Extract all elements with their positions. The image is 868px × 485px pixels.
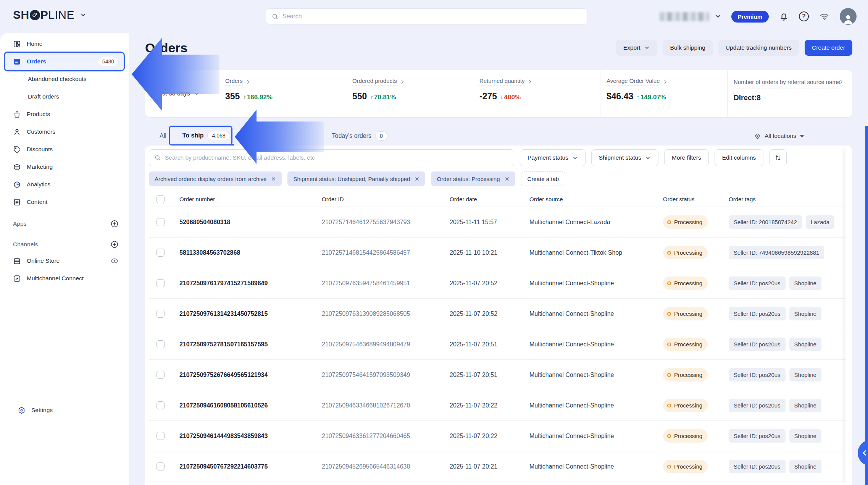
column-header-order-number[interactable]: Order number bbox=[179, 196, 322, 202]
create-a-tab-button[interactable]: Create a tab bbox=[521, 171, 566, 186]
row-checkbox[interactable] bbox=[156, 462, 165, 470]
update-tracking-numbers-button[interactable]: Update tracking numbers bbox=[718, 40, 799, 56]
add-app-plus-icon[interactable] bbox=[110, 220, 119, 228]
notifications-bell-icon[interactable] bbox=[779, 11, 789, 22]
row-checkbox[interactable] bbox=[156, 310, 165, 318]
column-header-order-tags[interactable]: Order tags bbox=[729, 196, 849, 202]
orders-search-input[interactable] bbox=[165, 154, 509, 161]
order-number[interactable]: 21072509461444983543859843 bbox=[179, 433, 322, 440]
order-number[interactable]: 21072509761797415271589649 bbox=[179, 280, 322, 287]
row-checkbox[interactable] bbox=[156, 401, 165, 409]
order-row[interactable]: 581133084563702868 210725714681544258645… bbox=[149, 238, 849, 268]
order-row[interactable]: 21072509450767292214603775 2107250945269… bbox=[149, 451, 849, 482]
stat-link[interactable]: Returned quantity bbox=[479, 78, 532, 86]
sidebar-item-customers[interactable]: Customers bbox=[5, 123, 124, 141]
sidebar-item-abandoned-checkouts[interactable]: Abandoned checkouts bbox=[5, 70, 124, 88]
network-wifi-icon[interactable] bbox=[819, 11, 830, 22]
more-filters-button[interactable]: More filters bbox=[664, 149, 709, 166]
stat-value: Direct:8- bbox=[734, 94, 852, 102]
sidebar-item-products[interactable]: Products bbox=[5, 105, 124, 123]
row-checkbox[interactable] bbox=[156, 249, 165, 257]
column-header-order-id[interactable]: Order ID bbox=[322, 196, 450, 202]
sidebar-item-settings[interactable]: Settings bbox=[9, 401, 119, 419]
select-all-checkbox[interactable] bbox=[156, 195, 165, 203]
global-search-input[interactable] bbox=[282, 13, 582, 20]
column-header-order-status[interactable]: Order status bbox=[663, 196, 729, 202]
sort-button[interactable] bbox=[769, 149, 787, 166]
order-number[interactable]: 520680504080318 bbox=[179, 219, 322, 226]
stat-average-order-value: Average Order Value $46.43149.07% bbox=[600, 70, 727, 117]
sidebar-item-online-store[interactable]: Online Store bbox=[5, 252, 124, 270]
chevron-right-icon[interactable] bbox=[839, 79, 844, 84]
sidebar-item-orders[interactable]: Orders 5430 bbox=[5, 53, 124, 70]
bulk-shipping-button[interactable]: Bulk shipping bbox=[663, 40, 713, 56]
order-row[interactable]: 21072509461444983543859843 2107250946336… bbox=[149, 421, 849, 451]
row-checkbox[interactable] bbox=[156, 340, 165, 348]
account-switcher[interactable] bbox=[660, 12, 721, 21]
stat-link[interactable]: Orders bbox=[225, 78, 251, 86]
user-avatar[interactable] bbox=[840, 8, 857, 25]
sidebar-item-discounts[interactable]: Discounts bbox=[5, 141, 124, 158]
order-tags-cell: Seller ID: pos20usShopline bbox=[729, 338, 849, 351]
logo-chevron-down-icon[interactable] bbox=[80, 11, 87, 18]
order-number[interactable]: 21072509761314231450752815 bbox=[179, 310, 322, 317]
stat-link[interactable]: Average Order Value bbox=[607, 78, 668, 86]
order-number[interactable]: 21072509461608058105610526 bbox=[179, 402, 322, 409]
sidebar-item-analytics[interactable]: Analytics bbox=[5, 176, 124, 193]
order-row[interactable]: 21072509461608058105610526 2107250946334… bbox=[149, 390, 849, 421]
sidebar-item-home[interactable]: Home bbox=[5, 35, 124, 53]
order-tag: Seller ID: pos20us bbox=[729, 368, 786, 382]
order-row[interactable]: 21072509761797415271589649 2107250976359… bbox=[149, 268, 849, 299]
order-tag: Shopline bbox=[789, 460, 821, 473]
column-header-order-source[interactable]: Order source bbox=[529, 196, 663, 202]
stat-link[interactable]: Number of orders by referral source name bbox=[734, 78, 841, 89]
order-row[interactable]: 520680504080318 210725714646127556379437… bbox=[149, 207, 849, 238]
order-number[interactable]: 21072509450767292214603775 bbox=[179, 463, 322, 470]
export-button[interactable]: Export bbox=[616, 40, 657, 56]
tab-todays-orders[interactable]: Today's orders 0 bbox=[328, 126, 391, 146]
right-edge-panel-bar bbox=[865, 126, 868, 485]
create-order-button[interactable]: Create order bbox=[805, 40, 852, 56]
help-icon[interactable]: ? bbox=[799, 11, 809, 21]
tab-to-ship[interactable]: To ship 4,068 bbox=[179, 126, 234, 146]
stat-returned-quantity: Returned quantity -275400% bbox=[473, 70, 600, 117]
order-row[interactable]: 21072509752676649565121934 2107250975464… bbox=[149, 360, 849, 390]
sidebar-item-content[interactable]: Content bbox=[5, 193, 124, 211]
order-row[interactable]: 21072509761314231450752815 2107250976313… bbox=[149, 299, 849, 329]
location-filter[interactable]: All locations bbox=[754, 133, 804, 140]
order-date: 2025-11-07 20:52 bbox=[450, 280, 529, 287]
sidebar-item-multichannel-connect[interactable]: Multichannel Connect bbox=[5, 270, 124, 287]
stat-delta-up: 149.07% bbox=[636, 94, 666, 101]
tab-all[interactable]: All bbox=[156, 126, 170, 146]
global-search[interactable] bbox=[266, 8, 588, 24]
filter-chip-label: Archived orders: display orders from arc… bbox=[155, 176, 266, 182]
shipment-status-filter-button[interactable]: Shipment status bbox=[591, 149, 658, 166]
order-number[interactable]: 581133084563702868 bbox=[179, 249, 322, 256]
order-id: 21072509754636899494809479 bbox=[322, 341, 450, 348]
orders-search[interactable] bbox=[149, 149, 514, 166]
remove-filter-icon[interactable] bbox=[505, 176, 510, 181]
order-tags-cell: Seller ID: 200185074242Lazada bbox=[729, 215, 849, 229]
order-row[interactable]: 21072509752781507165157595 2107250975463… bbox=[149, 329, 849, 360]
order-number[interactable]: 21072509752781507165157595 bbox=[179, 341, 322, 348]
sidebar-item-draft-orders[interactable]: Draft orders bbox=[5, 88, 124, 105]
date-range-selector[interactable]: Last 30 days bbox=[145, 70, 219, 117]
visibility-eye-icon[interactable] bbox=[110, 257, 119, 265]
row-checkbox[interactable] bbox=[156, 371, 165, 379]
edit-columns-button[interactable]: Edit columns bbox=[715, 149, 764, 166]
stat-link[interactable]: Ordered products bbox=[352, 78, 405, 86]
remove-filter-icon[interactable] bbox=[415, 176, 419, 181]
column-header-order-date[interactable]: Order date bbox=[450, 196, 529, 202]
order-number[interactable]: 21072509752676649565121934 bbox=[179, 372, 322, 378]
range-chevron-down-icon bbox=[194, 91, 200, 97]
add-channel-plus-icon[interactable] bbox=[110, 240, 119, 249]
premium-badge[interactable]: Premium bbox=[731, 11, 769, 23]
sidebar-item-marketing[interactable]: Marketing bbox=[5, 158, 124, 176]
payment-status-filter-button[interactable]: Payment status bbox=[520, 149, 586, 166]
row-checkbox[interactable] bbox=[156, 432, 165, 440]
logo-group[interactable]: SHPLINE bbox=[13, 8, 87, 21]
row-checkbox[interactable] bbox=[156, 218, 165, 226]
sidebar-item-label: Home bbox=[27, 40, 119, 47]
row-checkbox[interactable] bbox=[156, 279, 165, 287]
remove-filter-icon[interactable] bbox=[271, 176, 276, 181]
